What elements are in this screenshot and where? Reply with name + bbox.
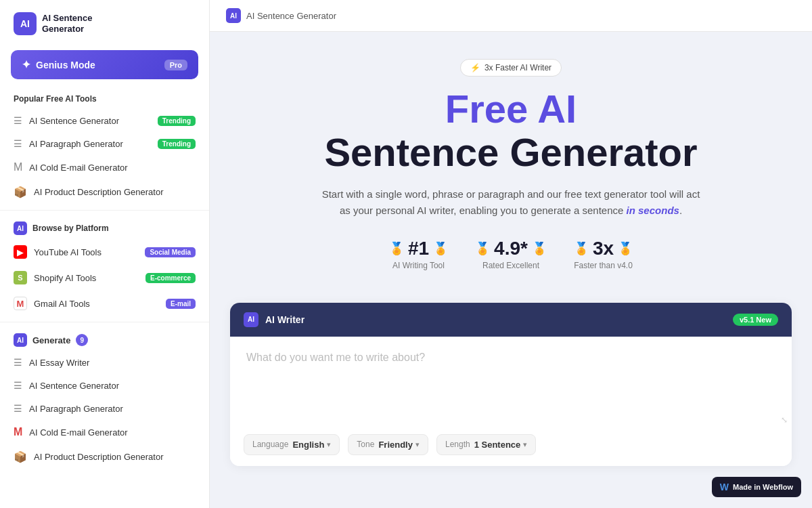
genius-mode-label: Genius Mode	[36, 60, 95, 70]
sidebar-item-label: AI Product Description Generator	[34, 452, 163, 462]
sidebar-item-gmail[interactable]: M Gmail AI Tools E-mail	[0, 291, 209, 316]
hero-title: Free AI Sentence Generator	[237, 87, 785, 174]
language-label: Language	[252, 440, 288, 449]
stat-rated: 🏅 4.9* 🏅 Rated Excellent	[475, 238, 547, 270]
sidebar-item-youtube[interactable]: ▶ YouTube AI Tools Social Media	[0, 239, 209, 265]
top-bar: AI AI Sentence Generator	[210, 0, 812, 32]
popular-tools-label: Popular Free AI Tools	[0, 90, 209, 109]
sidebar-item-label: AI Sentence Generator	[29, 116, 119, 126]
laurel-left-icon: 🏅	[389, 241, 404, 256]
topbar-logo: AI	[226, 8, 241, 23]
browse-platform-section: AI Browse by Platform	[0, 216, 209, 239]
length-label: Length	[445, 440, 470, 449]
resize-icon: ⤡	[781, 415, 788, 425]
list-icon: ☰	[14, 403, 22, 414]
sidebar-item-product-desc-1[interactable]: 📦 AI Product Description Generator	[0, 179, 209, 205]
generate-count-badge: 9	[76, 334, 88, 346]
sidebar-item-label: Gmail AI Tools	[34, 299, 90, 309]
sidebar-item-essay[interactable]: ☰ AI Essay Writer	[0, 351, 209, 374]
generate-section-header: AI Generate 9	[0, 328, 209, 351]
generate-label: Generate	[32, 335, 70, 345]
ai-writer-title: AI Writer	[265, 314, 304, 325]
hero-section: ⚡ 3x Faster AI Writer Free AI Sentence G…	[210, 32, 812, 303]
resize-handle: ⤡	[230, 414, 792, 426]
sidebar-item-cold-email-1[interactable]: M AI Cold E-mail Generator	[0, 155, 209, 179]
stat-faster: 🏅 3x 🏅 Faster than v4.0	[574, 238, 633, 270]
email-badge: E-mail	[166, 299, 196, 309]
tone-dropdown[interactable]: Tone Friendly ▾	[348, 434, 428, 455]
sidebar-item-label: AI Paragraph Generator	[29, 139, 123, 149]
product-icon-small2: 📦	[14, 450, 27, 463]
ecommerce-badge: E-commerce	[145, 273, 196, 283]
list-icon: ☰	[14, 138, 22, 149]
main-content: AI AI Sentence Generator ⚡ 3x Faster AI …	[210, 0, 812, 508]
pro-badge: Pro	[164, 60, 187, 70]
trending-badge: Trending	[158, 116, 196, 126]
bolt-icon: ⚡	[470, 63, 480, 72]
browse-platform-label: Browse by Platform	[32, 224, 109, 233]
sidebar-item-cold-email-2[interactable]: M AI Cold E-mail Generator	[0, 420, 209, 444]
sidebar-item-shopify[interactable]: S Shopify AI Tools E-commerce	[0, 265, 209, 291]
sidebar-item-label: AI Cold E-mail Generator	[29, 163, 127, 173]
youtube-icon: ▶	[14, 245, 27, 259]
generate-icon: AI	[14, 333, 27, 347]
gmail-icon-small2: M	[14, 426, 22, 438]
stat-writing-tool: 🏅 #1 🏅 AI Writing Tool	[389, 238, 448, 270]
gmail-icon: M	[14, 297, 27, 310]
topbar-title: AI Sentence Generator	[246, 11, 336, 21]
sidebar-item-paragraph-gen-2[interactable]: ☰ AI Paragraph Generator	[0, 397, 209, 420]
social-media-badge: Social Media	[145, 247, 196, 257]
ai-writer-footer: Language English ▾ Tone Friendly ▾ Lengt…	[230, 426, 792, 466]
tone-label: Tone	[357, 440, 374, 449]
laurel-left-icon2: 🏅	[475, 241, 490, 256]
tone-value: Friendly	[378, 440, 413, 450]
gmail-icon-small: M	[14, 161, 22, 173]
sidebar: AI AI Sentence Generator ✦ Genius Mode P…	[0, 0, 210, 508]
sidebar-item-sentence-gen-1[interactable]: ☰ AI Sentence Generator Trending	[0, 109, 209, 132]
browse-platform-icon: AI	[14, 221, 27, 235]
trending-badge: Trending	[158, 139, 196, 149]
sidebar-item-label: AI Essay Writer	[29, 358, 89, 368]
logo-icon: AI	[14, 12, 37, 35]
laurel-left-icon3: 🏅	[574, 241, 589, 256]
list-icon: ☰	[14, 380, 22, 391]
language-value: English	[292, 440, 324, 450]
webflow-icon: W	[720, 482, 729, 492]
laurel-right-icon: 🏅	[433, 241, 448, 256]
sidebar-item-product-desc-2[interactable]: 📦 AI Product Description Generator	[0, 444, 209, 469]
sidebar-item-label: AI Sentence Generator	[29, 381, 119, 391]
sidebar-item-label: Shopify AI Tools	[34, 273, 96, 283]
language-dropdown[interactable]: Language English ▾	[244, 434, 340, 455]
sidebar-item-label: AI Cold E-mail Generator	[29, 427, 127, 438]
ai-header-logo: AI	[244, 312, 258, 327]
sidebar-item-label: YouTube AI Tools	[34, 247, 102, 257]
ai-writer-header: AI AI Writer v5.1 New	[230, 303, 792, 337]
laurel-right-icon2: 🏅	[532, 241, 547, 256]
sidebar-item-label: AI Product Description Generator	[34, 187, 163, 197]
ai-writer-textarea[interactable]	[230, 337, 792, 411]
product-icon-small: 📦	[14, 186, 27, 198]
sidebar-item-label: AI Paragraph Generator	[29, 404, 123, 414]
language-arrow-icon: ▾	[327, 440, 331, 449]
logo-text: AI Sentence Generator	[42, 13, 92, 34]
genius-mode-button[interactable]: ✦ Genius Mode Pro	[11, 50, 198, 79]
webflow-badge: W Made in Webflow	[712, 477, 801, 497]
list-icon: ☰	[14, 357, 22, 368]
sidebar-logo: AI AI Sentence Generator	[0, 0, 209, 47]
sidebar-item-paragraph-gen-1[interactable]: ☰ AI Paragraph Generator Trending	[0, 132, 209, 155]
length-dropdown[interactable]: Length 1 Sentence ▾	[436, 434, 536, 455]
list-icon: ☰	[14, 115, 22, 126]
version-badge: v5.1 New	[733, 314, 778, 326]
tone-arrow-icon: ▾	[415, 440, 420, 449]
ai-writer-card: AI AI Writer v5.1 New ⤡ Language English…	[230, 303, 792, 466]
star-icon: ✦	[22, 58, 30, 71]
faster-badge: ⚡ 3x Faster AI Writer	[460, 59, 562, 77]
stats-row: 🏅 #1 🏅 AI Writing Tool 🏅 4.9* 🏅 Rated Ex…	[237, 238, 785, 270]
shopify-icon: S	[14, 271, 27, 284]
hero-subtitle: Start with a single word, phrase or para…	[321, 186, 700, 219]
length-value: 1 Sentence	[474, 440, 521, 450]
laurel-right-icon3: 🏅	[618, 241, 633, 256]
sidebar-item-sentence-gen-2[interactable]: ☰ AI Sentence Generator	[0, 374, 209, 397]
length-arrow-icon: ▾	[523, 440, 527, 449]
